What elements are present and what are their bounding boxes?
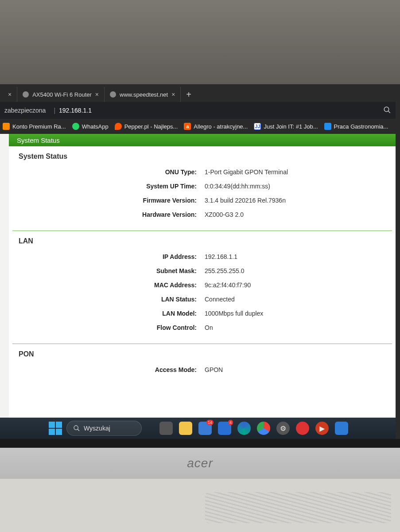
taskbar-apps: 14 4 ⚙ ▶ (159, 422, 348, 435)
svg-line-1 (388, 111, 390, 113)
badge: 14 (206, 420, 214, 425)
field-value: 3.1.4 build 220216 Rel.7936n (205, 197, 386, 204)
field-label: Subnet Mask: (19, 267, 205, 274)
media-icon[interactable]: ▶ (315, 422, 329, 435)
task-view-icon[interactable] (159, 422, 173, 435)
section-title: System Status (19, 153, 386, 165)
field-value: Connected (205, 296, 386, 303)
kv-grid: ONU Type: 1-Port Gigabit GPON Terminal S… (19, 165, 386, 227)
whatsapp-icon (72, 123, 79, 130)
laptop-chassis: acer (0, 448, 400, 479)
browser-tab-2[interactable]: www.speedtest.net × (105, 87, 181, 102)
justjoin-icon: JJ (254, 123, 261, 130)
url-text: 192.168.1.1 (59, 107, 92, 114)
divider: | (54, 107, 55, 114)
windows-taskbar: Wyszukaj 14 4 ⚙ ▶ (0, 418, 396, 439)
field-label: Access Mode: (19, 366, 205, 373)
close-icon[interactable]: × (8, 91, 12, 98)
allegro-icon: a (184, 123, 191, 130)
edge-icon[interactable] (237, 422, 251, 435)
page-viewport: System Status System Status ONU Type: 1-… (0, 134, 396, 418)
bookmark-praca-gastronomia[interactable]: Praca Gastronomia... (324, 123, 388, 130)
field-value: 192.168.1.1 (205, 253, 386, 260)
bookmark-label: Pepper.pl - Najleps... (124, 123, 178, 130)
address-bar[interactable]: zabezpieczona | 192.168.1.1 (0, 102, 396, 119)
laptop-bezel: × AX5400 Wi-Fi 6 Router × www.speedtest.… (0, 84, 400, 439)
bookmark-label: Konto Premium Ra... (12, 123, 66, 130)
field-label: Firmware Version: (19, 197, 205, 204)
new-tab-button[interactable]: + (181, 90, 197, 100)
field-label: IP Address: (19, 253, 205, 260)
section-pon: PON Access Mode: GPON (9, 344, 396, 386)
ccleaner-icon[interactable] (296, 422, 309, 435)
globe-icon (23, 91, 29, 98)
kv-grid: IP Address: 192.168.1.1 Subnet Mask: 255… (19, 250, 386, 340)
section-divider (12, 344, 392, 344)
chrome-icon[interactable] (257, 422, 270, 435)
field-value: 0:0:34:49(dd:hh:mm:ss) (205, 183, 386, 190)
search-icon[interactable] (383, 106, 391, 115)
field-label: Hardware Version: (19, 211, 205, 218)
field-label: Flow Control: (19, 324, 205, 331)
browser-tabstrip: × AX5400 Wi-Fi 6 Router × www.speedtest.… (0, 87, 396, 102)
section-title: LAN (19, 237, 386, 250)
bookmark-label: Allegro - atrakcyjne... (194, 123, 248, 130)
ambient-wall (0, 0, 400, 84)
bookmarks-bar: Konto Premium Ra... WhatsApp Pepper.pl -… (0, 119, 396, 134)
badge: 4 (228, 420, 233, 425)
field-label: ONU Type: (19, 168, 205, 176)
router-admin-page: System Status System Status ONU Type: 1-… (9, 134, 396, 418)
kv-grid: Access Mode: GPON (19, 363, 386, 382)
close-icon[interactable]: × (95, 91, 99, 98)
section-system-status: System Status ONU Type: 1-Port Gigabit G… (9, 146, 396, 231)
field-value: GPON (205, 366, 386, 373)
bookmark-label: Just Join IT: #1 Job... (264, 123, 318, 130)
tab-title: www.speedtest.net (120, 91, 168, 98)
tab-title: AX5400 Wi-Fi 6 Router (32, 91, 92, 98)
laptop-deck (0, 479, 400, 532)
speaker-vent (205, 492, 391, 523)
bookmark-label: Praca Gastronomia... (334, 123, 388, 130)
bookmark-pepper[interactable]: Pepper.pl - Najleps... (115, 123, 178, 130)
field-value: 255.255.255.0 (205, 267, 386, 274)
field-value: 1-Port Gigabit GPON Terminal (205, 168, 386, 176)
file-explorer-icon[interactable] (179, 422, 192, 435)
field-label: LAN Model: (19, 310, 205, 317)
flame-icon (115, 123, 122, 130)
bookmark-icon (324, 123, 331, 130)
svg-point-2 (74, 426, 78, 430)
chat-icon[interactable]: 14 (198, 422, 212, 435)
app-icon[interactable] (335, 422, 348, 435)
page-banner: System Status (9, 134, 396, 146)
field-label: MAC Address: (19, 282, 205, 289)
browser-tab-0[interactable]: × (3, 87, 17, 102)
search-placeholder: Wyszukaj (84, 425, 110, 432)
bookmark-label: WhatsApp (82, 123, 109, 130)
banner-title: System Status (17, 137, 60, 144)
start-button[interactable] (49, 422, 62, 435)
section-lan: LAN IP Address: 192.168.1.1 Subnet Mask:… (9, 231, 396, 344)
search-icon (73, 425, 80, 432)
bookmark-whatsapp[interactable]: WhatsApp (72, 123, 109, 130)
field-value: 9c:a2:f4:40:f7:90 (205, 282, 386, 289)
section-divider (12, 231, 392, 231)
field-value: On (205, 324, 386, 331)
svg-line-3 (78, 429, 79, 431)
close-icon[interactable]: × (171, 91, 175, 98)
mail-icon[interactable]: 4 (218, 422, 231, 435)
field-value: 1000Mbps full duplex (205, 310, 386, 317)
screen: × AX5400 Wi-Fi 6 Router × www.speedtest.… (0, 87, 396, 439)
bezel-bottom (0, 439, 400, 448)
field-value: XZ000-G3 2.0 (205, 211, 386, 218)
globe-icon (110, 91, 116, 98)
bookmark-konto-premium[interactable]: Konto Premium Ra... (3, 123, 66, 130)
bookmark-justjoin[interactable]: JJ Just Join IT: #1 Job... (254, 123, 318, 130)
bookmark-allegro[interactable]: a Allegro - atrakcyjne... (184, 123, 248, 130)
security-status: zabezpieczona (4, 107, 46, 114)
svg-point-0 (384, 107, 389, 112)
browser-tab-1[interactable]: AX5400 Wi-Fi 6 Router × (17, 87, 105, 102)
taskbar-search[interactable]: Wyszukaj (66, 421, 142, 436)
laptop-brand: acer (187, 456, 213, 470)
settings-icon[interactable]: ⚙ (276, 422, 290, 435)
bookmark-icon (3, 123, 10, 130)
